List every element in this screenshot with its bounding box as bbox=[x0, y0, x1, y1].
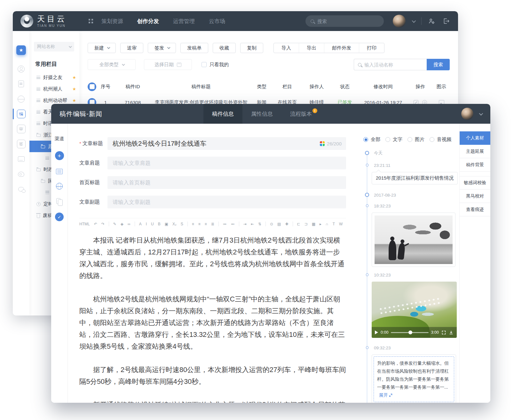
align-left-icon[interactable]: ≡ bbox=[192, 222, 194, 226]
star-icon[interactable]: ★ bbox=[72, 98, 76, 103]
tab-article-info[interactable]: 稿件信息 bbox=[203, 104, 242, 124]
activity-search-input[interactable] bbox=[364, 62, 415, 67]
numbered-list-icon[interactable]: ≕ bbox=[231, 222, 235, 226]
star-icon[interactable]: ★ bbox=[72, 75, 76, 80]
layout-left-icon[interactable]: ⊏ bbox=[297, 222, 300, 226]
select-all-checkbox[interactable] bbox=[90, 84, 95, 89]
image-icon[interactable]: ▦ bbox=[312, 222, 315, 226]
indent-icon[interactable]: ⇥ bbox=[243, 222, 247, 226]
nav-menu-item[interactable]: 运营管理 bbox=[173, 18, 195, 25]
video-icon[interactable]: ▸ bbox=[320, 222, 321, 226]
favorite-button[interactable]: 收藏 bbox=[213, 43, 236, 53]
user-avatar[interactable] bbox=[461, 108, 473, 120]
html-source-icon[interactable]: HTML bbox=[79, 222, 90, 226]
confirm-check-icon[interactable]: ✓ bbox=[55, 213, 64, 221]
mobile-channel-icon[interactable] bbox=[56, 198, 60, 204]
export-button[interactable]: 导出 bbox=[299, 43, 324, 53]
slider-knob[interactable] bbox=[408, 331, 412, 334]
paste-text-icon[interactable]: ✚ bbox=[285, 222, 288, 226]
rail-sign[interactable]: 签 bbox=[13, 136, 29, 152]
eraser-icon[interactable]: ◈ bbox=[121, 222, 123, 226]
rail-favorites[interactable]: ★ bbox=[13, 43, 29, 58]
line-height-icon[interactable]: ⇅ bbox=[258, 222, 261, 226]
home-title-input[interactable] bbox=[113, 179, 341, 186]
site-select-dropdown[interactable]: 网站名称 bbox=[34, 42, 74, 51]
tool-button[interactable]: 主题延展 bbox=[460, 145, 490, 158]
mail-out-button[interactable]: 邮件外发 bbox=[324, 43, 359, 53]
send-review-button[interactable]: 送审 bbox=[120, 43, 143, 53]
user-avatar[interactable] bbox=[393, 15, 406, 27]
rail-weibo[interactable] bbox=[13, 167, 29, 182]
sidebar-item[interactable]: 好摄之友 ★ bbox=[29, 72, 79, 83]
search-button[interactable]: 搜索 bbox=[427, 59, 450, 70]
article-body[interactable]: 本报讯 记者昨日从杭州地铁集团获悉，继7月3日杭州地铁2号线西北段首次实现横穿主… bbox=[79, 235, 346, 403]
undo-icon[interactable]: ↶ bbox=[94, 222, 97, 226]
tool-button[interactable]: 敏感词校验 bbox=[460, 176, 490, 190]
fullscreen-icon[interactable] bbox=[441, 330, 446, 335]
nav-menu-item[interactable]: 云市场 bbox=[209, 18, 225, 25]
bold-icon[interactable]: B bbox=[158, 222, 161, 226]
tool-button[interactable]: 查看痕迹 bbox=[460, 203, 490, 216]
date-filter[interactable]: 选择日期 bbox=[144, 59, 192, 70]
add-channel-icon[interactable]: + bbox=[55, 151, 64, 160]
global-search-input[interactable] bbox=[317, 19, 379, 24]
rail-profile[interactable] bbox=[13, 61, 29, 76]
align-justify-icon[interactable]: ≣ bbox=[211, 222, 214, 226]
chevron-down-icon[interactable] bbox=[412, 19, 416, 23]
asset-filter-radio[interactable]: 文字 bbox=[385, 136, 402, 143]
sidebar-item[interactable]: 杭州潮人 ★ bbox=[29, 83, 79, 95]
article-title-input[interactable] bbox=[113, 140, 341, 147]
global-search[interactable] bbox=[305, 15, 384, 27]
shoulder-title-input[interactable] bbox=[113, 159, 341, 167]
only-mine-checkbox[interactable] bbox=[202, 62, 207, 67]
web-channel-icon[interactable] bbox=[56, 183, 63, 190]
font-color-icon[interactable]: A bbox=[139, 222, 142, 226]
strikethrough-icon[interactable]: S bbox=[181, 222, 183, 226]
play-icon[interactable] bbox=[375, 331, 378, 334]
newspaper-channel-icon[interactable] bbox=[56, 169, 63, 174]
audio-icon[interactable]: ∩ bbox=[326, 222, 328, 226]
asset-snippet-card[interactable]: 升的影响，债券发行量大幅缩水。但在当前市场风险较制也有利于清理杠杆。防风险当为第… bbox=[372, 354, 456, 403]
sign-off-button[interactable]: 签发 bbox=[148, 43, 176, 53]
asset-text-card[interactable]: 2015年度浙江福利彩票发行销售情况 bbox=[372, 172, 458, 184]
download-icon[interactable] bbox=[449, 330, 454, 335]
align-center-icon[interactable]: ≡ bbox=[198, 222, 201, 226]
rail-review[interactable]: 审 bbox=[13, 121, 29, 136]
asset-filter-radio[interactable]: 图片 bbox=[407, 136, 424, 143]
nav-menu-item[interactable]: 创作分发 bbox=[137, 18, 159, 25]
import-button[interactable]: 导入 bbox=[274, 43, 299, 53]
rail-documents[interactable] bbox=[13, 76, 29, 91]
tool-button[interactable]: 个人素材 bbox=[460, 131, 490, 145]
text-icon[interactable]: T bbox=[333, 222, 335, 226]
word-icon[interactable]: W bbox=[339, 222, 343, 226]
redo-icon[interactable]: ↷ bbox=[101, 222, 105, 226]
rail-web[interactable] bbox=[13, 91, 29, 106]
bullet-list-icon[interactable]: ≔ bbox=[223, 222, 227, 226]
print-button[interactable]: 打印 bbox=[359, 43, 384, 53]
new-button[interactable]: 新建 bbox=[88, 43, 116, 53]
expand-link[interactable]: 展开 bbox=[379, 393, 392, 398]
video-progress-slider[interactable] bbox=[391, 332, 428, 333]
tool-button[interactable]: 黑马校对 bbox=[460, 190, 490, 203]
subtitle-input[interactable] bbox=[113, 198, 341, 206]
asset-image-card[interactable] bbox=[372, 213, 455, 267]
rail-reader[interactable] bbox=[13, 152, 29, 167]
nav-menu-item[interactable]: 策划资源 bbox=[101, 18, 123, 25]
rail-edit[interactable]: 编 bbox=[13, 106, 29, 121]
rail-wechat[interactable] bbox=[13, 182, 29, 197]
dispatch-button[interactable]: 发稿单 bbox=[180, 43, 208, 53]
highlight-icon[interactable]: ▣ bbox=[165, 222, 168, 226]
align-right-icon[interactable]: ≡ bbox=[205, 222, 207, 226]
link-icon[interactable]: ∞ bbox=[128, 222, 130, 226]
star-icon[interactable]: ★ bbox=[72, 87, 76, 91]
account-settings-icon[interactable] bbox=[428, 18, 435, 25]
apps-grid-icon[interactable] bbox=[89, 19, 93, 23]
italic-icon[interactable]: I bbox=[146, 222, 147, 226]
layout-right-icon[interactable]: ⊐ bbox=[304, 222, 308, 226]
subscript-icon[interactable]: X₂ bbox=[172, 222, 177, 226]
find-icon[interactable]: ⊙ bbox=[270, 222, 273, 226]
copy-button[interactable]: 复制 bbox=[240, 43, 263, 53]
outdent-icon[interactable]: ⇤ bbox=[251, 222, 254, 226]
asset-filter-radio[interactable]: 音视频 bbox=[430, 136, 451, 143]
only-mine-filter[interactable]: 只看我的 bbox=[202, 62, 229, 68]
